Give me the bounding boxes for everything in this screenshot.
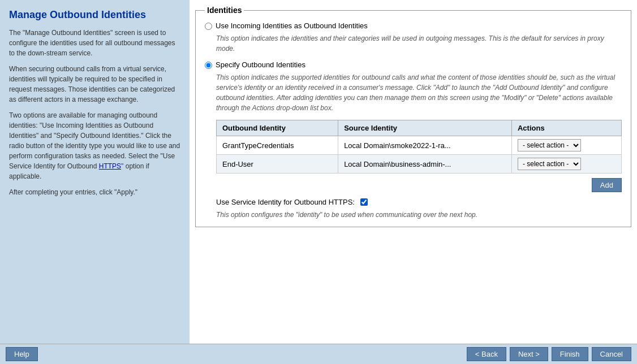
outbound-identity-cell: GrantTypeCredentials <box>217 136 338 155</box>
https-checkbox[interactable] <box>360 198 368 206</box>
right-panel: Identities Use Incoming Identities as Ou… <box>190 0 637 344</box>
radio2-desc: This option indicates the supported iden… <box>216 72 622 113</box>
table-row: GrantTypeCredentialsLocal Domain\smoke20… <box>217 136 622 155</box>
left-panel: Manage Outbound Identities The "Manage O… <box>0 0 190 344</box>
outbound-identity-cell: End-User <box>217 155 338 174</box>
action-select[interactable]: - select action -ModifyDelete <box>518 158 581 170</box>
action-select[interactable]: - select action -ModifyDelete <box>518 139 581 151</box>
action-cell: - select action -ModifyDelete <box>511 136 621 155</box>
source-identity-cell: Local Domain\smoke2022-1-ra... <box>338 136 512 155</box>
finish-button[interactable]: Finish <box>552 347 588 361</box>
col-header-source: Source Identity <box>338 120 512 136</box>
col-header-actions: Actions <box>511 120 621 136</box>
https-desc: This option configures the "identity" to… <box>216 210 622 220</box>
next-button[interactable]: Next > <box>510 347 548 361</box>
https-link[interactable]: HTTPS <box>99 162 121 170</box>
desc-para-2: When securing outbound calls from a virt… <box>9 64 180 105</box>
action-cell: - select action -ModifyDelete <box>511 155 621 174</box>
identities-fieldset: Identities Use Incoming Identities as Ou… <box>195 6 631 227</box>
desc-para-1: The "Manage Outbound Identities" screen … <box>9 28 180 58</box>
fieldset-legend: Identities <box>205 6 244 15</box>
add-button[interactable]: Add <box>592 178 622 192</box>
radio2-row: Specify Outbound Identities <box>205 60 622 69</box>
back-button[interactable]: < Back <box>467 347 506 361</box>
use-incoming-radio[interactable] <box>205 23 212 30</box>
desc-para-4: After completing your entries, click "Ap… <box>9 187 180 197</box>
https-checkbox-row: Use Service Identity for Outbound HTTPS: <box>216 198 622 206</box>
source-identity-cell: Local Domain\business-admin-... <box>338 155 512 174</box>
footer: Help < Back Next > Finish Cancel <box>0 344 637 364</box>
footer-left: Help <box>6 347 38 361</box>
radio1-desc: This option indicates the identities and… <box>216 33 622 54</box>
https-label: Use Service Identity for Outbound HTTPS: <box>216 198 355 206</box>
footer-right: < Back Next > Finish Cancel <box>467 347 631 361</box>
page-title: Manage Outbound Identities <box>9 9 180 21</box>
help-button[interactable]: Help <box>6 347 38 361</box>
col-header-outbound: Outbound Identity <box>217 120 338 136</box>
radio1-label[interactable]: Use Incoming Identities as Outbound Iden… <box>216 21 368 30</box>
identity-table: Outbound Identity Source Identity Action… <box>216 120 622 174</box>
radio2-label[interactable]: Specify Outbound Identities <box>216 60 305 69</box>
desc-para-3: Two options are available for managing o… <box>9 110 180 181</box>
radio1-row: Use Incoming Identities as Outbound Iden… <box>205 21 622 30</box>
cancel-button[interactable]: Cancel <box>592 347 631 361</box>
table-row: End-UserLocal Domain\business-admin-...-… <box>217 155 622 174</box>
specify-outbound-radio[interactable] <box>205 62 212 69</box>
add-btn-row: Add <box>205 178 622 192</box>
